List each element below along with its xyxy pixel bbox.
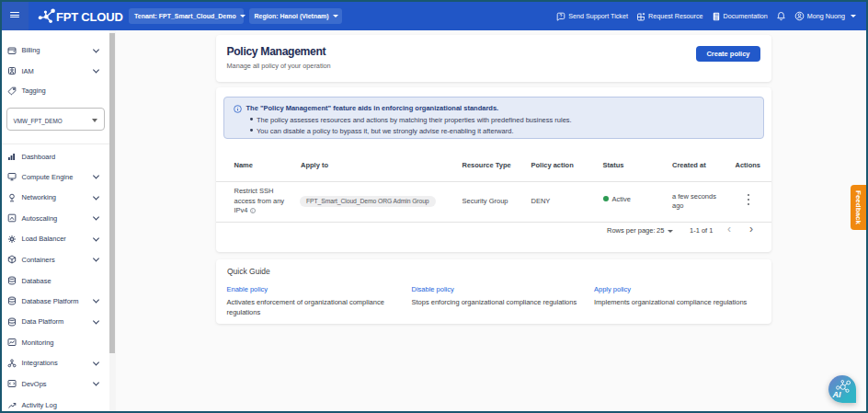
svg-text:AI: AI bbox=[831, 389, 840, 398]
